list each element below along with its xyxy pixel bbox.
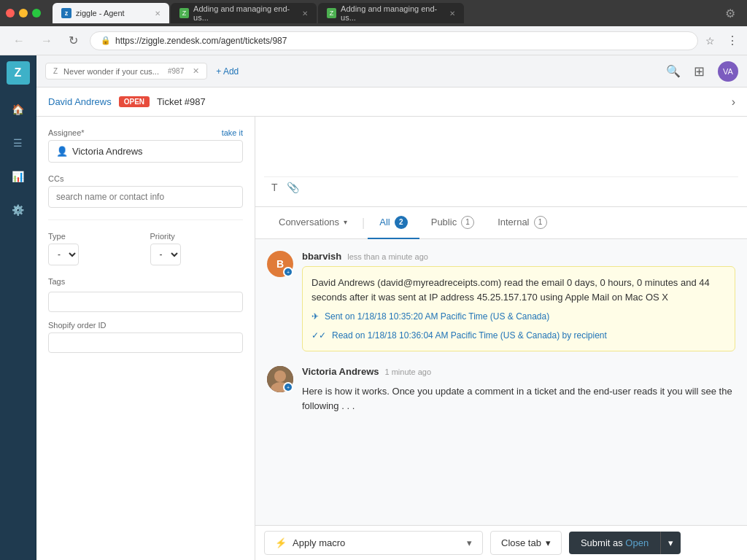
sidebar-item-tickets[interactable]: ☰ bbox=[9, 133, 27, 153]
compose-body[interactable] bbox=[264, 125, 738, 176]
tab-all-label: All bbox=[379, 217, 390, 228]
tab-public-badge: 1 bbox=[461, 216, 474, 229]
tab-public-label: Public bbox=[431, 217, 457, 228]
close-tab-arrow-icon: ▾ bbox=[546, 537, 551, 548]
breadcrumb-bar: David Andrews open Ticket #987 › bbox=[36, 88, 747, 117]
menu-icon[interactable]: ⋮ bbox=[727, 34, 738, 47]
msg-sent-row: ✈ Sent on 1/18/18 10:35:20 AM Pacific Ti… bbox=[311, 310, 726, 323]
msg-read-row: ✓✓ Read on 1/18/18 10:36:04 AM Pacific T… bbox=[311, 329, 726, 342]
left-panel: Assignee* take it 👤 Victoria Andrews CCs bbox=[36, 117, 255, 560]
tags-input[interactable] bbox=[48, 292, 243, 312]
forward-button[interactable]: → bbox=[36, 31, 57, 50]
ticket-favicon: Z bbox=[53, 67, 58, 75]
tab-close-icon[interactable]: ✕ bbox=[155, 9, 160, 18]
main-content: Assignee* take it 👤 Victoria Andrews CCs bbox=[36, 117, 747, 560]
msg-author-2: Victoria Andrews bbox=[302, 366, 379, 377]
ticket-area: Z Never wonder if your cus... #987 ✕ + A… bbox=[36, 55, 747, 560]
tab-all[interactable]: All 2 bbox=[368, 207, 419, 239]
compose-area[interactable]: T 📎 bbox=[255, 117, 747, 207]
tab-conversations[interactable]: Conversations ▾ bbox=[267, 208, 359, 238]
tab-label: ziggle - Agent bbox=[76, 9, 125, 18]
assignee-dropdown[interactable]: 👤 Victoria Andrews bbox=[48, 140, 243, 163]
sidebar-item-reports[interactable]: 📊 bbox=[7, 166, 28, 187]
url-text: https://ziggle.zendesk.com/agent/tickets… bbox=[115, 36, 287, 46]
ccs-input[interactable] bbox=[48, 186, 243, 208]
tab-conversations-label: Conversations bbox=[279, 217, 339, 228]
header-search-icon[interactable]: 🔍 bbox=[666, 64, 681, 78]
msg-header-1: bbarvish less than a minute ago bbox=[302, 251, 735, 262]
msg-author-1: bbarvish bbox=[302, 251, 341, 262]
msg-body-2: Here is how it works. Once you update a … bbox=[302, 386, 732, 411]
status-badge: open bbox=[119, 96, 150, 107]
ticket-tab-close-icon[interactable]: ✕ bbox=[193, 66, 199, 76]
avatar-badge-icon-1: + bbox=[287, 270, 290, 275]
submit-label: Submit as bbox=[581, 537, 623, 548]
msg-avatar-1: B + bbox=[267, 251, 293, 277]
avatar-badge-2: + bbox=[283, 382, 293, 392]
messages-area: B + bbarvish less than a minute ago bbox=[255, 239, 747, 525]
breadcrumb-link[interactable]: David Andrews bbox=[48, 96, 112, 107]
bookmark-icon[interactable]: ☆ bbox=[705, 35, 715, 47]
msg-content-2: Victoria Andrews 1 minute ago Here is ho… bbox=[302, 366, 735, 416]
tab-close-icon-2[interactable]: ✕ bbox=[302, 9, 308, 18]
assignee-value: Victoria Andrews bbox=[72, 146, 143, 157]
refresh-button[interactable]: ↻ bbox=[64, 31, 82, 50]
shopify-field: Shopify order ID bbox=[48, 321, 243, 353]
send-icon: ✈ bbox=[311, 310, 319, 323]
bottom-toolbar: ⚡ Apply macro ▾ Close tab ▾ Submit as Op… bbox=[255, 525, 747, 560]
msg-body-1: David Andrews (david@myreadreceipts.com)… bbox=[311, 277, 710, 303]
tab-ziggle-agent[interactable]: z ziggle - Agent ✕ bbox=[53, 3, 169, 23]
message-row-1: B + bbarvish less than a minute ago bbox=[267, 251, 735, 351]
app-logo: Z bbox=[7, 61, 30, 85]
tab-adding-1[interactable]: Z Adding and managing end-us... ✕ bbox=[171, 3, 317, 23]
msg-header-2: Victoria Andrews 1 minute ago bbox=[302, 366, 735, 377]
ccs-field: CCs bbox=[48, 174, 243, 208]
type-select[interactable]: - bbox=[48, 244, 79, 265]
ticket-tab-subtitle: Never wonder if your cus... bbox=[63, 67, 159, 76]
msg-bubble-1: David Andrews (david@myreadreceipts.com)… bbox=[302, 266, 735, 351]
close-button[interactable] bbox=[6, 9, 15, 18]
sidebar-item-home[interactable]: 🏠 bbox=[7, 99, 28, 120]
tab-all-badge: 2 bbox=[395, 216, 408, 229]
divider-1 bbox=[48, 219, 243, 220]
tab-label-3: Adding and managing end-us... bbox=[341, 4, 445, 22]
text-format-icon[interactable]: T bbox=[271, 182, 278, 193]
tab-public[interactable]: Public 1 bbox=[419, 207, 486, 239]
submit-group: Submit as Open ▾ bbox=[569, 532, 681, 554]
url-box[interactable]: 🔒 https://ziggle.zendesk.com/agent/ticke… bbox=[90, 31, 698, 50]
traffic-lights bbox=[6, 9, 41, 18]
maximize-button[interactable] bbox=[32, 9, 41, 18]
avatar-badge-1: + bbox=[283, 267, 293, 277]
collapse-panel-icon[interactable]: › bbox=[732, 96, 735, 109]
add-tab-button[interactable]: + Add bbox=[216, 66, 239, 77]
msg-content-1: bbarvish less than a minute ago David An… bbox=[302, 251, 735, 351]
tab-close-icon-3[interactable]: ✕ bbox=[449, 9, 455, 18]
shopify-input[interactable] bbox=[48, 332, 243, 353]
sidebar-item-settings[interactable]: ⚙️ bbox=[7, 200, 28, 220]
tab-label-2: Adding and managing end-us... bbox=[193, 4, 298, 22]
take-it-link[interactable]: take it bbox=[222, 128, 243, 137]
priority-field: Priority - bbox=[150, 232, 244, 265]
tab-internal[interactable]: Internal 1 bbox=[486, 207, 558, 239]
extensions-icon[interactable]: ⚙ bbox=[719, 7, 741, 20]
submit-dropdown-button[interactable]: ▾ bbox=[660, 532, 681, 554]
msg-time-2: 1 minute ago bbox=[384, 368, 431, 376]
submit-button[interactable]: Submit as Open bbox=[569, 532, 660, 554]
ticket-tab-bar: Z Never wonder if your cus... #987 ✕ + A… bbox=[36, 55, 747, 88]
priority-select[interactable]: - bbox=[150, 244, 181, 265]
message-row-2: + Victoria Andrews 1 minute ago Here is … bbox=[267, 366, 735, 416]
left-rail: Z 🏠 ☰ 📊 ⚙️ bbox=[0, 55, 36, 560]
apply-macro-label: Apply macro bbox=[293, 537, 345, 548]
attachment-icon[interactable]: 📎 bbox=[287, 182, 299, 193]
ticket-tab[interactable]: Z Never wonder if your cus... #987 ✕ bbox=[45, 63, 207, 79]
apply-macro-button[interactable]: ⚡ Apply macro ▾ bbox=[264, 531, 483, 555]
user-avatar[interactable]: VA bbox=[718, 61, 738, 82]
back-button[interactable]: ← bbox=[9, 31, 29, 50]
minimize-button[interactable] bbox=[19, 9, 28, 18]
header-grid-icon[interactable]: ⊞ bbox=[694, 63, 705, 79]
read-icon: ✓✓ bbox=[311, 329, 326, 342]
tab-adding-2[interactable]: Z Adding and managing end-us... ✕ bbox=[318, 3, 464, 23]
tab-favicon: z bbox=[61, 8, 71, 18]
close-tab-button[interactable]: Close tab ▾ bbox=[490, 531, 562, 555]
type-field: Type - bbox=[48, 232, 142, 265]
